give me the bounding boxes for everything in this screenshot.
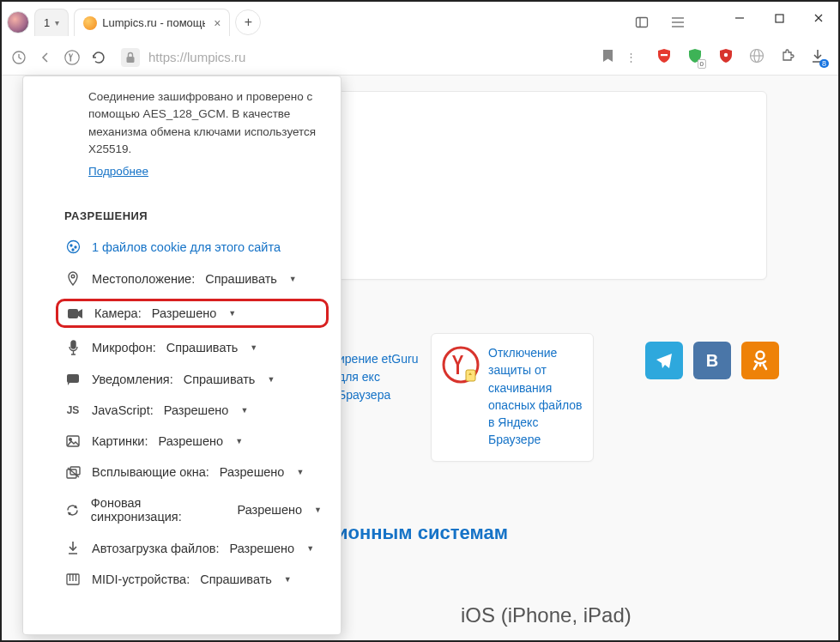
perm-images[interactable]: Картинки: Разрешено▼ [23, 426, 341, 457]
location-icon [64, 271, 82, 287]
svg-rect-33 [68, 309, 78, 318]
yandex-browser-icon [442, 344, 480, 385]
new-tab-button[interactable]: + [235, 9, 261, 35]
notifications-icon [64, 373, 82, 385]
heading-ios: iOS (iPhone, iPad) [461, 603, 632, 627]
encryption-description: Соединение зашифровано и проверено с пом… [23, 88, 341, 180]
downloads-badge: 8 [819, 59, 829, 68]
perm-microphone[interactable]: Микрофон: Спрашивать▼ [23, 331, 341, 364]
tab-counter[interactable]: 1 ▾ [34, 9, 69, 36]
images-icon [64, 435, 82, 447]
svg-point-13 [724, 53, 728, 57]
permissions-heading: РАЗРЕШЕНИЯ [23, 180, 341, 231]
site-info-popover: Соединение зашифровано и проверено с пом… [22, 76, 341, 635]
close-window-button[interactable] [799, 2, 838, 34]
perm-popups[interactable]: Всплывающие окна: Разрешено▼ [23, 457, 341, 488]
ok-button[interactable] [741, 342, 779, 379]
download-icon [64, 541, 82, 555]
menu-icon[interactable] [668, 13, 687, 32]
shield-red-icon[interactable] [656, 48, 672, 66]
sidebar-toggle-icon[interactable] [632, 13, 651, 32]
extension-icons: ⋮ 0 8 [622, 48, 830, 67]
svg-point-10 [65, 50, 79, 64]
svg-rect-12 [661, 54, 668, 56]
svg-rect-11 [127, 57, 135, 63]
javascript-icon: JS [64, 404, 82, 416]
midi-icon [64, 573, 82, 585]
social-links: B [645, 342, 779, 379]
perm-location[interactable]: Местоположение: Спрашивать▼ [23, 263, 341, 295]
titlebar: 1 ▾ Lumpics.ru - помощь с × + [2, 2, 838, 39]
downloads-icon[interactable]: 8 [811, 48, 825, 66]
perm-autodl[interactable]: Автозагрузка файлов: Разрешено▼ [23, 532, 341, 564]
lock-icon[interactable] [121, 48, 140, 67]
heading-os-partial: ионным системам [336, 522, 508, 544]
minimize-button[interactable] [720, 2, 759, 34]
globe-icon[interactable] [749, 48, 764, 66]
chevron-down-icon: ▾ [55, 18, 59, 27]
svg-rect-35 [67, 374, 79, 383]
svg-rect-6 [776, 15, 783, 22]
svg-point-37 [69, 439, 72, 441]
window-controls [720, 2, 838, 34]
telegram-button[interactable] [645, 342, 683, 379]
svg-point-32 [71, 275, 75, 278]
cookies-link[interactable]: 1 файлов cookie для этого сайта [92, 240, 281, 254]
reload-button[interactable] [89, 48, 107, 67]
site-favicon [83, 16, 97, 30]
article-card-yandex[interactable]: Отключение защиты от скачивания опасных … [431, 333, 594, 462]
popups-icon [64, 466, 82, 479]
article-link[interactable]: Отключение защиты от скачивания опасных … [488, 344, 583, 449]
shield-green-icon[interactable]: 0 [687, 48, 703, 66]
svg-point-29 [70, 245, 72, 246]
svg-point-21 [757, 352, 764, 360]
maximize-button[interactable] [759, 2, 799, 34]
partial-article-link[interactable]: ирение etGuru для екс Браузера [338, 350, 424, 404]
extensions-icon[interactable] [780, 48, 795, 66]
svg-point-31 [72, 249, 74, 251]
sync-icon [64, 503, 81, 518]
svg-point-30 [75, 246, 76, 248]
tab-title: Lumpics.ru - помощь с [102, 16, 205, 29]
tab-count-value: 1 [44, 16, 50, 29]
perm-camera[interactable]: Камера: Разрешено▼ [56, 299, 329, 328]
yandex-home-icon[interactable] [63, 48, 82, 67]
svg-rect-20 [466, 370, 475, 381]
url-text: https://lumpics.ru [148, 50, 245, 64]
history-icon[interactable] [10, 48, 28, 67]
cookie-icon [64, 239, 82, 254]
shield-red2-icon[interactable] [718, 48, 734, 66]
tab-active[interactable]: Lumpics.ru - помощь с × [74, 9, 230, 36]
perm-javascript[interactable]: JS JavaScript: Разрешено▼ [23, 395, 341, 426]
address-field[interactable]: https://lumpics.ru [116, 48, 613, 67]
more-link[interactable]: Подробнее [88, 163, 322, 180]
bookmark-icon[interactable] [602, 49, 613, 65]
address-bar: https://lumpics.ru ⋮ 0 8 [2, 39, 838, 76]
close-icon[interactable]: × [214, 16, 221, 30]
cookies-row[interactable]: 1 файлов cookie для этого сайта [23, 231, 341, 263]
back-button[interactable] [37, 48, 55, 67]
svg-rect-34 [71, 341, 76, 348]
microphone-icon [64, 340, 82, 355]
perm-midi[interactable]: MIDI-устройства: Спрашивать▼ [23, 564, 341, 595]
perm-notifications[interactable]: Уведомления: Спрашивать▼ [23, 364, 341, 395]
svg-rect-0 [637, 18, 648, 27]
profile-avatar[interactable] [7, 11, 29, 33]
camera-icon [67, 308, 84, 319]
perm-bgsync[interactable]: Фоновая синхронизация: Разрешено▼ [23, 488, 341, 532]
kebab-icon[interactable]: ⋮ [622, 48, 641, 67]
vk-button[interactable]: B [693, 342, 731, 379]
